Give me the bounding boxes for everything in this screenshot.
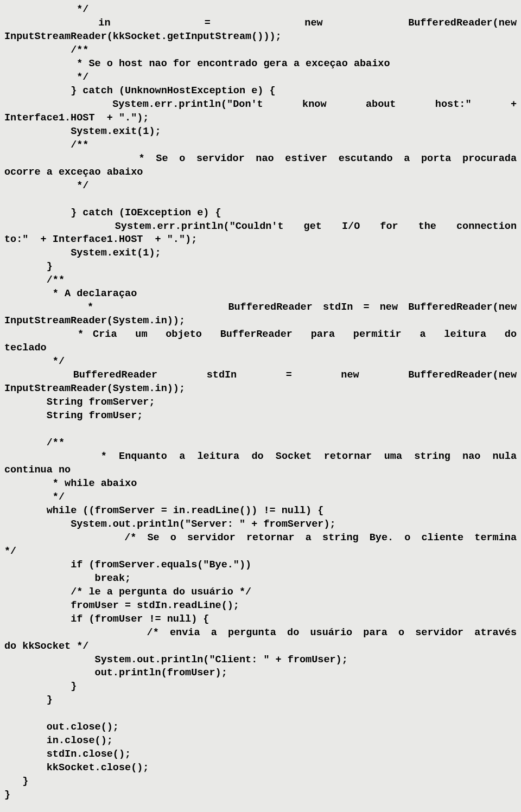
code-line: in.close(); [4, 734, 517, 748]
code-line: * Cria um objeto BufferReader para permi… [4, 328, 517, 342]
code-line: in = new BufferedReader(new [4, 17, 517, 30]
code-line: String fromUser; [4, 410, 517, 423]
code-line: /* le a pergunta do usuário */ [4, 586, 517, 599]
code-line: InputStreamReader(kkSocket.getInputStrea… [4, 30, 517, 44]
code-line: to:" + Interface1.HOST + "."); [4, 233, 517, 247]
code-line: System.err.println("Don't know about hos… [4, 98, 517, 112]
code-line: */ [4, 491, 517, 504]
code-line: } [4, 775, 517, 789]
code-line: * BufferedReader stdIn = new BufferedRea… [4, 301, 517, 315]
code-line: continua no [4, 464, 517, 477]
code-line: System.exit(1); [4, 247, 517, 260]
code-line: System.err.println("Couldn't get I/O for… [4, 220, 517, 234]
code-listing: */ in = new BufferedReader(newInputStrea… [0, 0, 521, 812]
code-line: kkSocket.close(); [4, 762, 517, 775]
code-line: * Enquanto a leitura do Socket retornar … [4, 450, 517, 464]
code-line: stdIn.close(); [4, 748, 517, 762]
code-line: } [4, 789, 517, 802]
code-line: } [4, 694, 517, 707]
code-line: do kkSocket */ [4, 640, 517, 654]
code-line: * Se o host nao for encontrado gera a ex… [4, 57, 517, 71]
code-line: while ((fromServer = in.readLine()) != n… [4, 504, 517, 518]
code-line: */ [4, 3, 517, 17]
code-line: /** [4, 437, 517, 450]
code-line: * A declaraçao [4, 287, 517, 301]
code-line: Interface1.HOST + "."); [4, 112, 517, 125]
code-line: String fromServer; [4, 396, 517, 410]
code-line: } catch (IOException e) { [4, 207, 517, 220]
code-line: teclado [4, 342, 517, 355]
code-line: if (fromUser != null) { [4, 613, 517, 626]
code-line: out.close(); [4, 721, 517, 734]
code-line: } [4, 680, 517, 694]
code-line: System.out.println("Server: " + fromServ… [4, 518, 517, 532]
code-line [4, 707, 517, 721]
code-line: */ [4, 355, 517, 369]
code-line: InputStreamReader(System.in)); [4, 315, 517, 328]
code-line: /* envia a pergunta do usuário para o se… [4, 626, 517, 640]
code-line: * while abaixo [4, 477, 517, 491]
code-line: BufferedReader stdIn = new BufferedReade… [4, 369, 517, 382]
code-line: if (fromServer.equals("Bye.")) [4, 559, 517, 572]
code-line: out.println(fromUser); [4, 667, 517, 680]
code-line [4, 423, 517, 437]
code-line: System.out.println("Client: " + fromUser… [4, 654, 517, 667]
code-line: } catch (UnknownHostException e) { [4, 85, 517, 98]
code-line: System.exit(1); [4, 125, 517, 139]
code-line: */ [4, 180, 517, 193]
code-line: /** [4, 139, 517, 152]
code-line: fromUser = stdIn.readLine(); [4, 599, 517, 613]
code-line: */ [4, 71, 517, 85]
code-line: ocorre a exceçao abaixo [4, 166, 517, 180]
code-line: InputStreamReader(System.in)); [4, 382, 517, 396]
code-line: * Se o servidor nao estiver escutando a … [4, 152, 517, 166]
code-line: } [4, 260, 517, 274]
code-line: /* Se o servidor retornar a string Bye. … [4, 532, 517, 545]
code-line [4, 193, 517, 207]
code-line: break; [4, 572, 517, 586]
code-line: */ [4, 545, 517, 559]
code-line: /** [4, 44, 517, 57]
code-line: /** [4, 274, 517, 287]
